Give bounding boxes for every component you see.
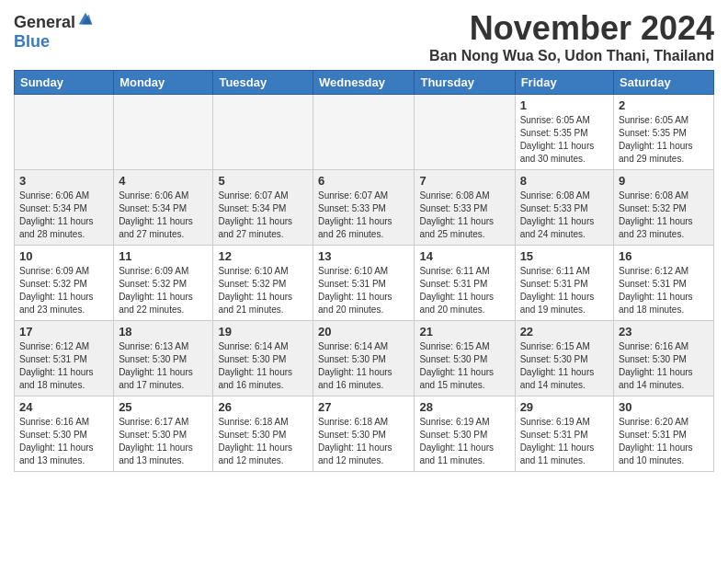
logo-blue-text: Blue xyxy=(14,32,50,52)
calendar-day-cell xyxy=(15,95,114,170)
day-info: Sunrise: 6:10 AM Sunset: 5:31 PM Dayligh… xyxy=(318,265,409,316)
day-info: Sunrise: 6:19 AM Sunset: 5:31 PM Dayligh… xyxy=(520,416,609,467)
day-number: 22 xyxy=(520,325,609,339)
day-number: 26 xyxy=(218,400,308,414)
calendar-body: 1Sunrise: 6:05 AM Sunset: 5:35 PM Daylig… xyxy=(15,95,714,472)
day-info: Sunrise: 6:16 AM Sunset: 5:30 PM Dayligh… xyxy=(19,416,108,467)
day-number: 11 xyxy=(119,249,208,263)
day-number: 14 xyxy=(419,249,509,263)
day-number: 12 xyxy=(218,249,308,263)
calendar-day-cell: 14Sunrise: 6:11 AM Sunset: 5:31 PM Dayli… xyxy=(415,246,515,321)
day-info: Sunrise: 6:05 AM Sunset: 5:35 PM Dayligh… xyxy=(520,114,609,166)
calendar-day-cell: 3Sunrise: 6:06 AM Sunset: 5:34 PM Daylig… xyxy=(15,170,114,246)
calendar-day-cell xyxy=(313,95,415,170)
calendar-day-cell: 21Sunrise: 6:15 AM Sunset: 5:30 PM Dayli… xyxy=(415,321,515,396)
calendar-week-row: 3Sunrise: 6:06 AM Sunset: 5:34 PM Daylig… xyxy=(15,170,714,246)
day-number: 9 xyxy=(619,174,709,188)
day-info: Sunrise: 6:06 AM Sunset: 5:34 PM Dayligh… xyxy=(19,190,108,241)
calendar-day-cell: 15Sunrise: 6:11 AM Sunset: 5:31 PM Dayli… xyxy=(515,246,613,321)
day-info: Sunrise: 6:06 AM Sunset: 5:34 PM Dayligh… xyxy=(119,190,208,241)
calendar-week-row: 10Sunrise: 6:09 AM Sunset: 5:32 PM Dayli… xyxy=(15,246,714,321)
calendar-day-cell: 25Sunrise: 6:17 AM Sunset: 5:30 PM Dayli… xyxy=(114,396,213,472)
calendar-day-cell xyxy=(415,95,515,170)
day-number: 3 xyxy=(19,174,108,188)
logo-icon xyxy=(77,11,94,28)
calendar-day-cell: 1Sunrise: 6:05 AM Sunset: 5:35 PM Daylig… xyxy=(515,95,613,170)
calendar-day-cell: 29Sunrise: 6:19 AM Sunset: 5:31 PM Dayli… xyxy=(515,396,613,472)
calendar-day-cell: 6Sunrise: 6:07 AM Sunset: 5:33 PM Daylig… xyxy=(313,170,415,246)
day-number: 5 xyxy=(218,174,308,188)
day-info: Sunrise: 6:11 AM Sunset: 5:31 PM Dayligh… xyxy=(419,265,509,316)
day-info: Sunrise: 6:15 AM Sunset: 5:30 PM Dayligh… xyxy=(520,340,609,392)
day-number: 6 xyxy=(318,174,409,188)
calendar-day-cell: 22Sunrise: 6:15 AM Sunset: 5:30 PM Dayli… xyxy=(515,321,613,396)
day-number: 27 xyxy=(318,400,409,414)
calendar-day-cell: 11Sunrise: 6:09 AM Sunset: 5:32 PM Dayli… xyxy=(114,246,213,321)
calendar-day-header: Wednesday xyxy=(313,71,415,95)
calendar-day-cell: 26Sunrise: 6:18 AM Sunset: 5:30 PM Dayli… xyxy=(213,396,313,472)
day-number: 28 xyxy=(419,400,509,414)
day-number: 16 xyxy=(619,249,709,263)
calendar-day-cell: 28Sunrise: 6:19 AM Sunset: 5:30 PM Dayli… xyxy=(415,396,515,472)
day-info: Sunrise: 6:12 AM Sunset: 5:31 PM Dayligh… xyxy=(619,265,709,316)
day-info: Sunrise: 6:16 AM Sunset: 5:30 PM Dayligh… xyxy=(619,340,709,392)
calendar-day-cell: 16Sunrise: 6:12 AM Sunset: 5:31 PM Dayli… xyxy=(614,246,714,321)
location: Ban Nong Wua So, Udon Thani, Thailand xyxy=(429,48,714,64)
day-info: Sunrise: 6:10 AM Sunset: 5:32 PM Dayligh… xyxy=(218,265,308,316)
day-info: Sunrise: 6:18 AM Sunset: 5:30 PM Dayligh… xyxy=(218,416,308,467)
calendar-day-header: Monday xyxy=(114,71,213,95)
day-number: 30 xyxy=(619,400,709,414)
day-number: 2 xyxy=(619,98,709,112)
day-info: Sunrise: 6:20 AM Sunset: 5:31 PM Dayligh… xyxy=(619,416,709,467)
page-header: General Blue November 2024 Ban Nong Wua … xyxy=(14,9,714,64)
day-info: Sunrise: 6:05 AM Sunset: 5:35 PM Dayligh… xyxy=(619,114,709,166)
logo-general-text: General xyxy=(14,13,75,32)
calendar-day-cell: 30Sunrise: 6:20 AM Sunset: 5:31 PM Dayli… xyxy=(614,396,714,472)
day-number: 8 xyxy=(520,174,609,188)
calendar-day-cell: 9Sunrise: 6:08 AM Sunset: 5:32 PM Daylig… xyxy=(614,170,714,246)
day-number: 23 xyxy=(619,325,709,339)
calendar-table: SundayMondayTuesdayWednesdayThursdayFrid… xyxy=(14,70,714,472)
calendar-day-cell: 23Sunrise: 6:16 AM Sunset: 5:30 PM Dayli… xyxy=(614,321,714,396)
day-info: Sunrise: 6:08 AM Sunset: 5:33 PM Dayligh… xyxy=(520,190,609,241)
month-title: November 2024 xyxy=(429,9,714,48)
day-info: Sunrise: 6:09 AM Sunset: 5:32 PM Dayligh… xyxy=(119,265,208,316)
calendar-day-cell: 20Sunrise: 6:14 AM Sunset: 5:30 PM Dayli… xyxy=(313,321,415,396)
calendar-day-header: Tuesday xyxy=(213,71,313,95)
calendar-day-cell xyxy=(114,95,213,170)
day-info: Sunrise: 6:19 AM Sunset: 5:30 PM Dayligh… xyxy=(419,416,509,467)
calendar-week-row: 1Sunrise: 6:05 AM Sunset: 5:35 PM Daylig… xyxy=(15,95,714,170)
day-number: 7 xyxy=(419,174,509,188)
calendar-day-cell: 10Sunrise: 6:09 AM Sunset: 5:32 PM Dayli… xyxy=(15,246,114,321)
calendar-day-cell: 7Sunrise: 6:08 AM Sunset: 5:33 PM Daylig… xyxy=(415,170,515,246)
day-number: 24 xyxy=(19,400,108,414)
calendar-day-cell: 12Sunrise: 6:10 AM Sunset: 5:32 PM Dayli… xyxy=(213,246,313,321)
calendar-day-header: Saturday xyxy=(614,71,714,95)
day-number: 19 xyxy=(218,325,308,339)
day-number: 15 xyxy=(520,249,609,263)
calendar-day-cell: 17Sunrise: 6:12 AM Sunset: 5:31 PM Dayli… xyxy=(15,321,114,396)
calendar-day-cell xyxy=(213,95,313,170)
day-number: 10 xyxy=(19,249,108,263)
calendar-day-header: Sunday xyxy=(15,71,114,95)
calendar-day-cell: 24Sunrise: 6:16 AM Sunset: 5:30 PM Dayli… xyxy=(15,396,114,472)
day-number: 20 xyxy=(318,325,409,339)
calendar-day-cell: 5Sunrise: 6:07 AM Sunset: 5:34 PM Daylig… xyxy=(213,170,313,246)
day-info: Sunrise: 6:15 AM Sunset: 5:30 PM Dayligh… xyxy=(419,340,509,392)
calendar-day-cell: 18Sunrise: 6:13 AM Sunset: 5:30 PM Dayli… xyxy=(114,321,213,396)
calendar-day-cell: 8Sunrise: 6:08 AM Sunset: 5:33 PM Daylig… xyxy=(515,170,613,246)
day-number: 4 xyxy=(119,174,208,188)
day-number: 17 xyxy=(19,325,108,339)
day-info: Sunrise: 6:09 AM Sunset: 5:32 PM Dayligh… xyxy=(19,265,108,316)
day-info: Sunrise: 6:14 AM Sunset: 5:30 PM Dayligh… xyxy=(318,340,409,392)
day-info: Sunrise: 6:17 AM Sunset: 5:30 PM Dayligh… xyxy=(119,416,208,467)
calendar-week-row: 17Sunrise: 6:12 AM Sunset: 5:31 PM Dayli… xyxy=(15,321,714,396)
calendar-day-cell: 2Sunrise: 6:05 AM Sunset: 5:35 PM Daylig… xyxy=(614,95,714,170)
day-info: Sunrise: 6:08 AM Sunset: 5:32 PM Dayligh… xyxy=(619,190,709,241)
calendar-day-cell: 27Sunrise: 6:18 AM Sunset: 5:30 PM Dayli… xyxy=(313,396,415,472)
day-info: Sunrise: 6:07 AM Sunset: 5:34 PM Dayligh… xyxy=(218,190,308,241)
day-number: 29 xyxy=(520,400,609,414)
day-info: Sunrise: 6:14 AM Sunset: 5:30 PM Dayligh… xyxy=(218,340,308,392)
calendar-day-header: Thursday xyxy=(415,71,515,95)
day-info: Sunrise: 6:08 AM Sunset: 5:33 PM Dayligh… xyxy=(419,190,509,241)
